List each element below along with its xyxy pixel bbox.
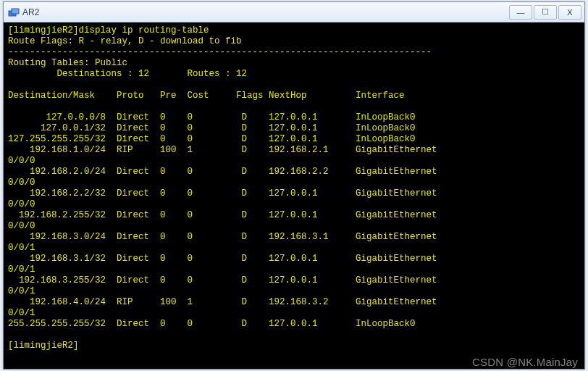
window-title: AR2	[22, 7, 39, 17]
app-icon	[8, 7, 20, 18]
close-button[interactable]: X	[558, 5, 581, 20]
app-window: AR2 — ☐ X [limingjieR2]display ip routin…	[3, 1, 585, 370]
svg-rect-1	[12, 9, 19, 14]
maximize-button[interactable]: ☐	[534, 5, 557, 20]
terminal-output[interactable]: [limingjieR2]display ip routing-table Ro…	[4, 22, 584, 369]
title-bar[interactable]: AR2 — ☐ X	[4, 2, 584, 22]
minimize-button[interactable]: —	[509, 5, 532, 20]
